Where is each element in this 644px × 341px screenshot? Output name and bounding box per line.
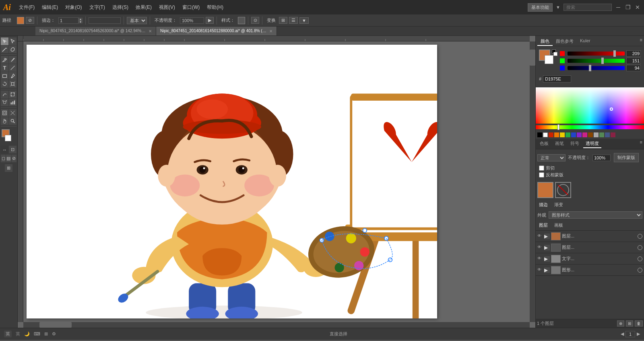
- more-options-btn[interactable]: ▼: [299, 17, 309, 24]
- fill-color-swatch[interactable]: [17, 17, 24, 24]
- layer-item-3[interactable]: 👁 ▶ 文字...: [536, 253, 644, 265]
- canvas-label[interactable]: 画板: [553, 222, 565, 229]
- invert-checkbox[interactable]: [539, 172, 544, 178]
- swatch-purple[interactable]: [577, 132, 582, 137]
- workspace-selector[interactable]: 基本功能: [528, 3, 553, 12]
- line-tool[interactable]: [9, 64, 17, 72]
- opacity-panel-input[interactable]: [592, 155, 611, 161]
- reset-view-btn[interactable]: ⊙: [251, 17, 259, 24]
- layer-4-eye[interactable]: 👁: [537, 267, 543, 273]
- stroke-up-arrow[interactable]: ▲: [78, 18, 83, 21]
- transparency-tab[interactable]: 透明度: [583, 140, 601, 148]
- color-mode-btn[interactable]: ◻: [1, 155, 6, 162]
- symbol-sprayer-tool[interactable]: [1, 99, 8, 106]
- b-slider-thumb[interactable]: [589, 65, 591, 71]
- style-swatch[interactable]: [238, 17, 245, 24]
- prev-artboard-btn[interactable]: ◀: [621, 331, 624, 337]
- swatch-orange[interactable]: [554, 132, 559, 137]
- canvas-viewport[interactable]: [23, 41, 530, 322]
- layer-1-expand[interactable]: ▶: [544, 234, 550, 239]
- opacity-expand[interactable]: ▶: [206, 17, 214, 24]
- close-button[interactable]: ✕: [634, 4, 641, 10]
- document-tab-1[interactable]: Nipic_8047451_20140816075445263000.ai* @…: [35, 27, 156, 35]
- swatch-dark-green[interactable]: [599, 132, 604, 137]
- make-mask-btn[interactable]: 制作蒙版: [614, 153, 639, 162]
- rect-tool[interactable]: [1, 72, 8, 80]
- swatch-black[interactable]: [537, 132, 542, 137]
- current-color-preview[interactable]: [537, 182, 553, 198]
- menu-edit[interactable]: 编辑(E): [39, 3, 61, 12]
- pencil-tool[interactable]: [9, 56, 17, 64]
- zoom-tool[interactable]: [9, 117, 17, 125]
- menu-text[interactable]: 文字(T): [86, 3, 108, 12]
- hue-slider[interactable]: [536, 125, 644, 129]
- stroke-down-arrow[interactable]: ▼: [78, 21, 83, 23]
- layer-2-circle[interactable]: [638, 245, 642, 250]
- column-graph-tool[interactable]: [9, 99, 17, 106]
- g-slider-track[interactable]: [568, 59, 625, 63]
- layer-2-eye[interactable]: 👁: [537, 245, 543, 250]
- tab-2-close[interactable]: ✕: [269, 29, 272, 33]
- swatch-yellow[interactable]: [560, 132, 565, 137]
- layer-3-eye[interactable]: 👁: [537, 256, 543, 262]
- horizontal-scrollbar[interactable]: [23, 322, 530, 328]
- layer-1-eye[interactable]: 👁: [537, 234, 543, 239]
- g-slider-thumb[interactable]: [601, 58, 604, 64]
- layer-3-circle[interactable]: [638, 256, 642, 261]
- layer-2-expand[interactable]: ▶: [544, 245, 550, 250]
- hex-input[interactable]: [543, 75, 571, 83]
- minimize-button[interactable]: ─: [615, 4, 621, 10]
- pen-tool[interactable]: [1, 56, 8, 64]
- brush-type-select[interactable]: 基本: [127, 17, 147, 24]
- b-value-input[interactable]: [626, 65, 641, 71]
- stroke-color-input[interactable]: [89, 17, 121, 24]
- swatch-blue[interactable]: [571, 132, 576, 137]
- delete-layer-btn[interactable]: 🗑: [635, 320, 643, 327]
- type-tool[interactable]: T: [1, 64, 8, 72]
- color-spectrum[interactable]: [536, 87, 644, 124]
- align-btn[interactable]: ☰: [289, 17, 298, 24]
- rotate-tool[interactable]: [1, 80, 8, 88]
- menu-effect[interactable]: 效果(E): [132, 3, 155, 12]
- graphic-styles-select[interactable]: 图形样式: [549, 211, 642, 219]
- hand-tool[interactable]: [1, 117, 8, 125]
- move-to-new-layer-btn[interactable]: ⊞: [626, 320, 633, 327]
- direct-select-tool[interactable]: [9, 37, 17, 45]
- layer-item-4[interactable]: 👁 ▶ 图形...: [536, 265, 644, 276]
- layer-label[interactable]: 图层: [537, 222, 549, 229]
- layer-item-1[interactable]: 👁 ▶ 图层...: [536, 231, 644, 242]
- make-sublayer-btn[interactable]: ⊕: [617, 320, 624, 327]
- swatch-dark-red[interactable]: [611, 132, 615, 137]
- warp-tool[interactable]: [1, 91, 8, 98]
- artboard-tool[interactable]: [1, 109, 8, 117]
- no-stroke-btn[interactable]: ⊘: [26, 17, 34, 24]
- h-scroll-thumb[interactable]: [39, 322, 72, 328]
- cut-checkbox[interactable]: [539, 165, 544, 171]
- color-tab[interactable]: 颜色: [537, 37, 553, 46]
- swatches-tab[interactable]: 色板: [537, 140, 551, 148]
- swap-colors-btn[interactable]: ↔: [1, 146, 8, 153]
- g-value-input[interactable]: [626, 58, 641, 64]
- symbols-tab[interactable]: 符号: [568, 140, 582, 148]
- search-input[interactable]: [564, 4, 612, 11]
- swatch-brown[interactable]: [588, 132, 593, 137]
- slice-tool[interactable]: [9, 109, 17, 117]
- stroke-divider[interactable]: 描边: [537, 201, 549, 208]
- menu-view[interactable]: 视图(V): [156, 3, 178, 12]
- menu-file[interactable]: 文件(F): [16, 3, 38, 12]
- background-color[interactable]: [5, 135, 11, 141]
- lasso-tool[interactable]: [9, 45, 17, 53]
- scale-tool[interactable]: [9, 80, 17, 88]
- v-scroll-thumb[interactable]: [530, 50, 535, 66]
- gradient-divider[interactable]: 渐变: [553, 201, 565, 208]
- color-panel-menu[interactable]: ≡: [640, 37, 642, 46]
- next-artboard-btn[interactable]: ▶: [637, 331, 640, 337]
- menu-window[interactable]: 窗口(W): [179, 3, 203, 12]
- no-color-preview[interactable]: [555, 182, 571, 198]
- menu-help[interactable]: 帮助(H): [204, 3, 227, 12]
- swatch-gray[interactable]: [594, 132, 599, 137]
- brushes-tab[interactable]: 画笔: [553, 140, 566, 148]
- artboard-number-input[interactable]: [625, 331, 635, 337]
- maximize-button[interactable]: ❐: [625, 4, 631, 10]
- r-slider-track[interactable]: [568, 52, 625, 56]
